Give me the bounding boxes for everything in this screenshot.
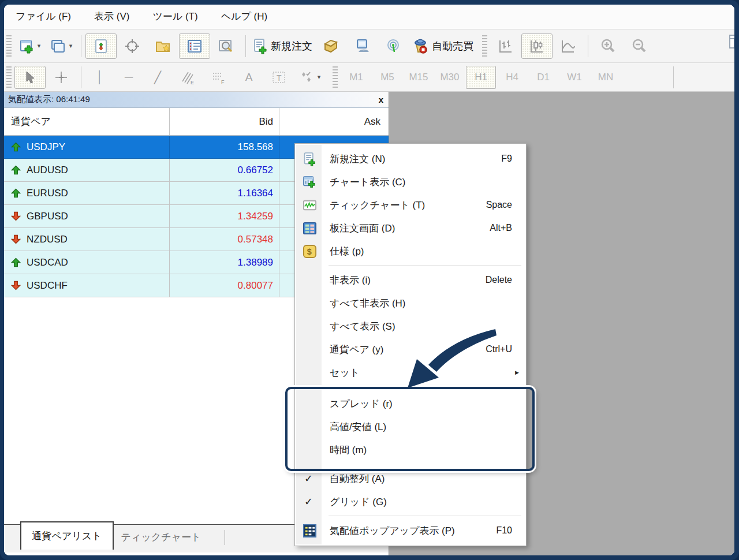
timeframe-d1[interactable]: D1 [528, 66, 558, 89]
new-order-label: 新規注文 [271, 39, 312, 53]
menu-help[interactable]: ヘルプ (H) [210, 5, 279, 29]
zoom-in-icon [600, 38, 616, 54]
signal-antenna-icon [386, 39, 401, 54]
column-header-symbol[interactable]: 通貨ペア [4, 108, 170, 135]
toolbar-grip[interactable] [333, 66, 338, 88]
terminal-list-icon [187, 39, 202, 54]
history-center-button[interactable] [315, 33, 346, 59]
toolbar-separator [81, 66, 81, 88]
channel-icon: E [180, 70, 195, 85]
zoom-out-button[interactable] [624, 33, 655, 59]
terminal-toggle[interactable] [179, 33, 210, 59]
market-watch-title: 気配値表示: 06:41:49 [8, 94, 374, 105]
toolbar-grip[interactable] [6, 66, 12, 88]
profiles-button[interactable]: ▾ [46, 33, 77, 59]
close-icon[interactable]: x [374, 95, 389, 104]
checkmark-icon: ✓ [304, 495, 313, 508]
autotrading-button[interactable]: 自動売買 [409, 33, 476, 59]
dropdown-arrow-icon: ▾ [318, 73, 321, 81]
standard-toolbar: ▾ ▾ [4, 29, 734, 63]
data-window-button[interactable] [117, 33, 148, 59]
strategy-tester-button[interactable] [210, 33, 241, 59]
menu-item-sets[interactable]: セット ► [296, 361, 525, 384]
menu-item-chart-window[interactable]: チャート表示 (C) [296, 170, 525, 193]
up-arrow-icon [11, 142, 21, 152]
new-chart-icon [20, 39, 35, 54]
toolbar-separator [673, 66, 674, 88]
checkmark-icon: ✓ [304, 472, 313, 485]
zoom-in-button[interactable] [592, 33, 624, 59]
timeframe-m1[interactable]: M1 [341, 66, 371, 89]
menu-item-grid[interactable]: ✓ グリッド (G) [296, 490, 525, 513]
menu-item-quotes-popup[interactable]: 気配値ポップアップ表示 (P) F10 [296, 519, 525, 542]
menu-separator [329, 265, 521, 266]
tester-magnifier-icon [218, 39, 233, 54]
market-watch-titlebar[interactable]: 気配値表示: 06:41:49 x [4, 92, 389, 108]
timeframe-m5[interactable]: M5 [372, 66, 402, 89]
menu-item-hide-all[interactable]: すべて非表示 (H) [296, 292, 525, 315]
tab-tick-chart[interactable]: ティックチャート [117, 525, 205, 549]
folder-star-icon [155, 39, 171, 54]
timeframe-w1[interactable]: W1 [559, 66, 589, 89]
horizontal-line-tool[interactable]: ─ [114, 66, 143, 89]
vertical-line-tool[interactable]: │ [85, 66, 114, 89]
new-order-button[interactable]: 新規注文 [250, 33, 315, 59]
autotrading-label: 自動売買 [432, 39, 473, 53]
new-chart-button[interactable]: ▾ [14, 33, 46, 59]
menu-file[interactable]: ファイル (F) [4, 5, 83, 29]
timeframe-h1[interactable]: H1 [466, 66, 496, 89]
column-header-ask[interactable]: Ask [279, 108, 389, 135]
fibonacci-tool[interactable]: F [203, 66, 234, 89]
menu-tools[interactable]: ツール (T) [141, 5, 209, 29]
expert-advisor-icon [412, 38, 429, 54]
svg-text:E: E [191, 80, 194, 85]
text-tool[interactable]: A [234, 66, 263, 89]
equidistant-channel-tool[interactable]: E [172, 66, 203, 89]
tick-chart-icon [302, 197, 317, 212]
column-header-bid[interactable]: Bid [170, 108, 279, 135]
down-arrow-icon [11, 281, 21, 290]
book-icon [323, 39, 339, 54]
up-arrow-icon [11, 165, 21, 175]
computer-icon [354, 39, 370, 54]
timeframe-m15[interactable]: M15 [404, 66, 434, 89]
arrow-shapes-icon [300, 70, 315, 84]
quote-popup-icon [302, 523, 317, 538]
toolbar-grip[interactable] [6, 35, 12, 57]
market-watch-toggle[interactable] [85, 33, 117, 59]
submenu-arrow-icon: ► [514, 369, 520, 376]
menu-separator [329, 516, 521, 516]
cursor-arrow-icon [24, 70, 36, 84]
trendline-tool[interactable]: ╱ [143, 66, 172, 89]
tab-symbols-list[interactable]: 通貨ペアリスト [20, 521, 114, 550]
line-chart-button[interactable] [553, 33, 584, 59]
menu-item-hide[interactable]: 非表示 (i) Delete [296, 268, 525, 292]
text-label-tool[interactable]: T [263, 66, 294, 89]
metaquotes-services-button[interactable] [346, 33, 378, 59]
menu-view[interactable]: 表示 (V) [83, 5, 141, 29]
arrows-tool-button[interactable]: ▾ [294, 66, 326, 89]
trendline-icon: ╱ [154, 70, 161, 84]
menu-item-specification[interactable]: $ 仕様 (p) [296, 240, 525, 263]
candlestick-chart-button[interactable] [521, 33, 553, 59]
clipped-toolbar-icon [729, 34, 734, 57]
new-order-icon [302, 151, 317, 166]
cursor-tool-button[interactable] [14, 66, 46, 89]
timeframe-m30[interactable]: M30 [435, 66, 465, 89]
bar-chart-button[interactable] [490, 33, 521, 59]
annotation-highlight-box [285, 387, 535, 471]
timeframe-h4[interactable]: H4 [497, 66, 527, 89]
app-window-frame: ファイル (F) 表示 (V) ツール (T) ヘルプ (H) ▾ ▾ [0, 0, 739, 560]
timeframe-mn[interactable]: MN [591, 66, 621, 89]
toolbar-grip[interactable] [482, 35, 487, 57]
signals-button[interactable] [378, 33, 409, 59]
menu-item-tick-chart[interactable]: ティックチャート (T) Space [296, 193, 525, 216]
crosshair-tool-button[interactable] [46, 66, 77, 89]
toolbar-separator [588, 35, 588, 57]
menu-item-new-order[interactable]: 新規注文 (N) F9 [296, 147, 525, 170]
menu-item-show-all[interactable]: すべて表示 (S) [296, 315, 525, 338]
menu-item-depth-of-market[interactable]: 板注文画面 (D) Alt+B [296, 216, 525, 240]
navigator-button[interactable] [148, 33, 179, 59]
line-chart-icon [560, 38, 576, 54]
menu-item-symbols[interactable]: 通貨ペア (y) Ctrl+U [296, 338, 525, 361]
